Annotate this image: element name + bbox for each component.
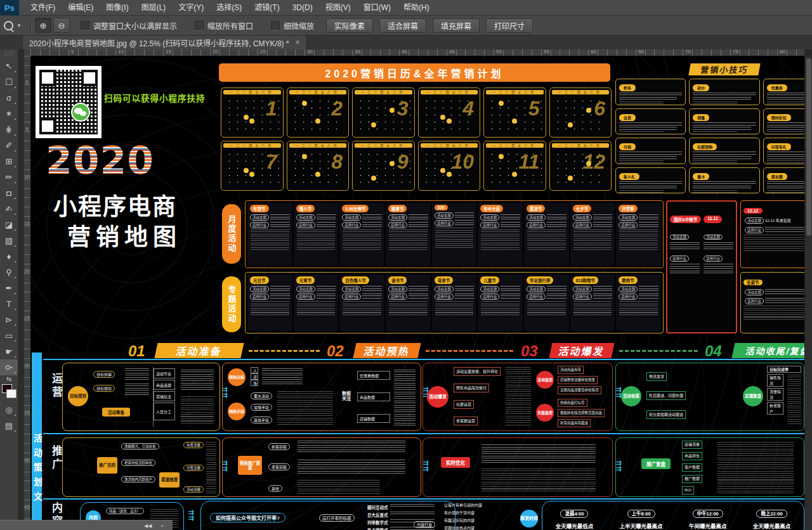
row-label-operations: 运营 xyxy=(48,373,62,399)
crop-tool-icon[interactable]: ⋕ xyxy=(0,122,18,138)
tip-label: 新人礼 xyxy=(619,173,639,180)
path-select-tool-icon[interactable]: ⊳ xyxy=(0,312,18,328)
theme-tag: 活动主题 xyxy=(480,286,499,292)
gradient-tool-icon[interactable]: ▧ xyxy=(0,233,18,249)
festival-name: 520 xyxy=(435,205,448,210)
dodge-tool-icon[interactable]: ⚲ xyxy=(0,264,18,280)
timeline-note: 全天曝光最高点 xyxy=(753,522,791,529)
zoom-all-windows-checkbox[interactable]: 缩放所有窗口 xyxy=(195,20,253,31)
zoom-tool-indicator[interactable]: ▼ xyxy=(4,21,22,30)
quick-mask-icon[interactable]: ◎ xyxy=(0,402,18,418)
industry-tag: 适用行业 xyxy=(296,294,315,300)
zoom-out-button[interactable]: ⊖ xyxy=(53,18,70,33)
scrubby-zoom-checkbox[interactable]: 细微缩放 xyxy=(271,20,314,31)
industry-tag: 适用行业 xyxy=(619,222,638,228)
panel-grip[interactable] xyxy=(4,51,14,57)
divider xyxy=(30,19,31,32)
festival-name: 教师节 xyxy=(619,276,638,284)
background-color-swatch[interactable] xyxy=(6,389,16,398)
month-calendar-card: 一二三四五六日 2 xyxy=(287,87,350,138)
month-calendar-card: 一二三四五六日 8 xyxy=(287,141,350,191)
screen-mode-icon[interactable]: ▤ xyxy=(0,418,18,434)
menu-item[interactable]: 文件(F) xyxy=(24,0,62,15)
blur-tool-icon[interactable]: ♦ xyxy=(0,249,18,264)
clone-stamp-tool-icon[interactable]: ◘ xyxy=(0,185,18,201)
goal-breakdown-pill: 目标拆解 xyxy=(93,371,115,378)
timeline-note: 上半天曝光最高点 xyxy=(620,522,663,529)
marquee-tool-icon[interactable]: ☐ xyxy=(0,74,18,90)
monthly-activities-row: 年货节 活动主题 适用行业 情人节 活动主题 适用行业 xyxy=(245,200,664,268)
review-node: 店铺复盘 xyxy=(743,386,763,406)
scrollbar-thumb[interactable] xyxy=(806,58,811,236)
month-number: 1 xyxy=(266,97,277,120)
month-number: 7 xyxy=(266,150,277,174)
menu-item[interactable]: 编辑(E) xyxy=(62,0,100,15)
monthly-activity-card: 年货节 活动主题 适用行业 xyxy=(247,203,292,266)
industry-tag: 适用行业 xyxy=(704,255,723,262)
document-tab-bar: 2020小程序电商营销地图.jpg @ 12.5% (扫码可以获得小程序扶持, … xyxy=(0,36,812,50)
phase-connector xyxy=(249,350,320,352)
menu-item[interactable]: 选择(S) xyxy=(210,0,248,15)
festival-name: 儿童节 xyxy=(480,276,499,284)
actual-pixels-button[interactable]: 实际像素 xyxy=(326,18,373,33)
special-activity-card: 618购物节 活动主题 适用行业 xyxy=(570,275,615,331)
zoom-in-button[interactable]: ⊕ xyxy=(35,18,51,33)
menu-item[interactable]: 文字(Y) xyxy=(172,0,210,15)
print-size-button[interactable]: 打印尺寸 xyxy=(486,18,533,33)
shape-tool-icon[interactable]: ▭ xyxy=(0,328,18,344)
menu-item[interactable]: 图像(I) xyxy=(100,0,134,15)
theme-tag: 活动主题 xyxy=(435,286,454,292)
monthly-activity-card: 七夕节 活动主题 适用行业 xyxy=(570,203,615,266)
history-brush-tool-icon[interactable]: ✍ xyxy=(0,201,18,217)
close-icon[interactable]: × xyxy=(160,523,164,529)
tip-card: 秒杀 xyxy=(615,79,686,105)
weekday-strip: 一二三四五六日 xyxy=(223,143,281,148)
collapse-icon[interactable]: ◀◀ xyxy=(144,523,152,529)
month-number: 8 xyxy=(331,150,343,174)
menu-item[interactable]: 滤镜(T) xyxy=(248,0,285,15)
menu-item[interactable]: 图层(L) xyxy=(135,0,173,15)
theme-tag: 活动主题 xyxy=(342,214,361,221)
promo-review-node: 推广复盘 xyxy=(641,458,671,469)
close-icon[interactable]: × xyxy=(296,38,300,47)
festival-name: 情人节 xyxy=(296,205,315,212)
color-swatches[interactable] xyxy=(0,383,18,402)
scan-hint-text: 扫码可以获得小程序扶持 xyxy=(104,91,206,104)
fit-screen-button[interactable]: 适合屏幕 xyxy=(379,18,426,33)
promo-burst-cell: 实时优化 xyxy=(422,437,613,497)
broadcast-timeline-box: 凌晨4:00 全天曝光最低点 上午8:00 上半天曝光最高点 中午12:00 午… xyxy=(542,501,804,530)
eyedropper-tool-icon[interactable]: ✐ xyxy=(0,138,18,153)
fill-screen-button[interactable]: 填充屏幕 xyxy=(433,18,480,33)
swap-colors-icon[interactable]: ⇆ xyxy=(0,375,18,383)
brush-tool-icon[interactable]: ✏ xyxy=(0,169,18,185)
month-number: 5 xyxy=(528,97,540,120)
minimized-window-bar[interactable]: ◀◀ × xyxy=(0,520,173,530)
special-activity-card: 母亲节 活动主题 适用行业 xyxy=(432,275,477,331)
poster-title-line1: 小程序电商 xyxy=(53,188,177,222)
promo-goal-box: 推广目的 xyxy=(97,457,117,474)
move-tool-icon[interactable]: ↖ xyxy=(0,58,18,74)
pen-tool-icon[interactable]: ✒ xyxy=(0,280,18,296)
wrapup-node: 活动收尾 xyxy=(621,386,641,406)
document-canvas[interactable]: 扫码可以获得小程序扶持 2020 小程序电商 营销地图 2020营销日历&全年营… xyxy=(30,56,804,530)
vertical-scrollbar[interactable] xyxy=(804,56,812,530)
zoom-tool-icon[interactable]: ⚲ xyxy=(0,359,18,375)
healing-brush-tool-icon[interactable]: ⊞ xyxy=(0,153,18,169)
theme-tag: 活动主题 xyxy=(527,286,546,292)
ops-prepare-cell: 目标规划 目标拆解 目标规划 活动筹备 活动节奏 商品选题 营销玩法 人员分工 xyxy=(62,363,220,431)
type-tool-icon[interactable]: T xyxy=(0,296,18,312)
tip-card: 会员 xyxy=(615,108,686,135)
document-tab[interactable]: 2020小程序电商营销地图.jpg @ 12.5% (扫码可以获得小程序扶持, … xyxy=(23,36,307,49)
magnifier-icon xyxy=(4,21,13,30)
menu-item[interactable]: 帮助(H) xyxy=(397,0,436,15)
menu-item[interactable]: 3D(D) xyxy=(286,0,319,15)
eraser-tool-icon[interactable]: ◪ xyxy=(0,217,18,233)
magic-wand-tool-icon[interactable]: ✶ xyxy=(0,106,18,122)
resize-windows-checkbox[interactable]: 调整窗口大小以满屏显示 xyxy=(81,20,177,31)
double12-theme: 12.12 年末狂欢 xyxy=(765,217,791,223)
lasso-tool-icon[interactable]: σ xyxy=(0,90,18,106)
menu-item[interactable]: 视图(V) xyxy=(319,0,357,15)
festival-name: 元旦节 xyxy=(250,276,269,284)
hand-tool-icon[interactable]: ☛ xyxy=(0,344,18,359)
menu-item[interactable]: 窗口(W) xyxy=(357,0,397,15)
